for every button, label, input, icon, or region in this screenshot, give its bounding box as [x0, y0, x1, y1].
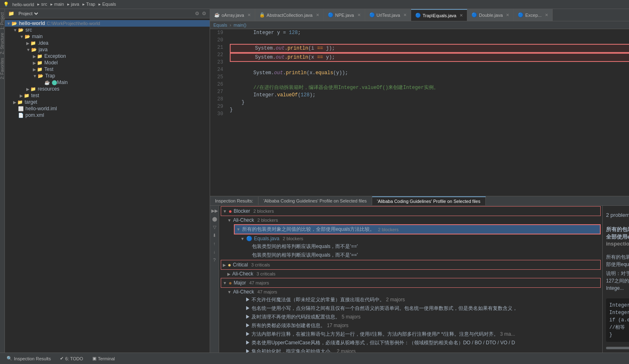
tree-item-target[interactable]: ▶ 📁 target	[5, 99, 210, 105]
main-container: 1: Project Z: Structure 2: Favorites 📁 P…	[0, 9, 629, 364]
breadcrumb-method[interactable]: main()	[233, 23, 246, 27]
issue-line-1[interactable]: 包装类型间的相等判断应该用equals，而不是'=='	[239, 242, 602, 251]
tree-item-test-folder[interactable]: ▶ 📁 Test	[5, 66, 210, 73]
close-tab-oarray[interactable]: ✕	[247, 13, 251, 17]
ali-check-critical-item[interactable]: ▶ Ali-Check 3 criticals	[226, 270, 602, 278]
ali-check-blocker-count: 2 blockers	[257, 218, 278, 223]
tree-item-iml[interactable]: ⬜ hello-world.iml	[5, 105, 210, 112]
status-tab-todo[interactable]: ✔ 6: TODO	[57, 355, 87, 362]
filter-button[interactable]: ▽	[211, 224, 218, 230]
export-button[interactable]: ⬇	[211, 232, 218, 239]
tree-item-idea[interactable]: ▶ 📁 .idea	[5, 40, 210, 46]
tab-urltest[interactable]: 🔵 UrlTest.java ✕	[365, 9, 411, 21]
app-icon: 💡	[3, 2, 9, 7]
status-bar: 🔍 Inspection Results ✔ 6: TODO ▣ Termina…	[0, 353, 629, 364]
code-line-27: Integer.valueOf(128);	[230, 91, 629, 99]
close-tab-trapequals[interactable]: ✕	[460, 13, 463, 18]
ali-check-blocker-item[interactable]: ▼ Ali-Check 2 blockers	[226, 216, 602, 224]
tab-abstractcollection[interactable]: 🔒 AbstractCollection.java ✕	[255, 9, 324, 21]
major-issue-5[interactable]: ▶ 方法内部单行注释，在被注释语句上方另起一行，使用//注释。方法内部多行注释使…	[232, 330, 602, 339]
close-tab-double[interactable]: ✕	[506, 13, 509, 17]
close-tab-abstractcollection[interactable]: ✕	[316, 13, 319, 17]
up-button[interactable]: ↑	[211, 240, 218, 247]
folder-icon-target: 📁	[17, 100, 23, 105]
tab-bar: ☕ oArray.java ✕ 🔒 AbstractCollection.jav…	[210, 9, 629, 21]
tab-icon-urltest: 🔵	[369, 12, 375, 18]
equals-file-item[interactable]: ▼ 🔵 Equals.java 2 blockers	[239, 235, 602, 242]
tree-item-hello-world[interactable]: ▼ 📂 hello-world C:\WorkProject\hello-wor…	[5, 20, 210, 27]
close-tab-urltest[interactable]: ✕	[403, 13, 407, 17]
tab-npe[interactable]: 🔵 NPE.java ✕	[324, 9, 365, 21]
tree-item-resources[interactable]: ▶ 📁 resources	[5, 86, 210, 92]
insp-group-header-critical[interactable]: ▶ ● Critical 3 criticals	[221, 260, 601, 270]
ali-check-critical-label: Ali-Check	[232, 271, 253, 277]
status-tab-terminal[interactable]: ▣ Terminal	[89, 355, 119, 362]
code-lines[interactable]: Integer y = 128; System.out.println(i ==…	[226, 29, 629, 121]
tab-double[interactable]: 🔵 Double.java ✕	[467, 9, 514, 21]
tree-item-java[interactable]: ▼ 📂 java	[5, 46, 210, 53]
folder-icon-idea: 📁	[30, 41, 36, 46]
tree-item-exception[interactable]: ▶ 📁 Exception	[5, 53, 210, 59]
tab-trapequals[interactable]: 🔵 Trap\Equals.java ✕	[411, 9, 467, 21]
major-issue-2[interactable]: ▶ 包名统一使用小写，点分隔符之间有且仅有一个自然语义的英语单词。包名统一使用单…	[232, 304, 602, 313]
favorites-strip-label[interactable]: 2: Favorites	[0, 58, 5, 79]
blocker-issues: ▼ 所有的包装类对象之间值的比较，全部使用equals方法比较。 2 block…	[226, 224, 602, 259]
project-strip-label[interactable]: 1: Project	[0, 12, 5, 30]
insp-group-header-blocker[interactable]: ▼ ● Blocker 2 blockers	[221, 206, 601, 216]
rerun-button[interactable]: ▶▶	[211, 207, 218, 214]
major-issue-1[interactable]: ▶ 不允许任何魔法值（即未经定义的常量）直接出现在代码中。 2 majors	[232, 296, 602, 304]
inspection-panel: Inspection Results: 'Alibaba Coding Guid…	[210, 196, 629, 364]
critical-sub: ▶ Ali-Check 3 criticals	[219, 270, 602, 278]
breadcrumb-equals: ▸ Equals	[98, 2, 116, 7]
code-breadcrumb: Equals › main()	[210, 21, 629, 29]
insp-tab-results[interactable]: Inspection Results:	[210, 197, 258, 205]
insp-scroll-thumb[interactable]	[606, 347, 629, 349]
tree-item-main[interactable]: ▼ 📂 main	[5, 33, 210, 40]
status-tab-inspection[interactable]: 🔍 Inspection Results	[3, 355, 54, 362]
tree-label-root: hello-world	[19, 20, 45, 26]
tree-label-exception: Exception	[44, 53, 66, 59]
insp-tab-profile2[interactable]: 'Alibaba Coding Guidelines' Profile on S…	[372, 196, 486, 205]
close-tab-excep[interactable]: ✕	[545, 13, 548, 17]
inspection-body: ▶▶ ⬤ ▽ ⬇ ↑ ↓ ?	[210, 206, 629, 364]
code-area[interactable]: 19 20 21 22 23 24 25 26 27 28 29 30	[210, 29, 629, 196]
close-tab-npe[interactable]: ✕	[357, 13, 361, 17]
breadcrumb-src: ▸ src	[37, 2, 47, 7]
issue-line-2[interactable]: 包装类型间的相等判断应该用equals，而不是'=='	[239, 251, 602, 259]
tree-label-pom: pom.xml	[25, 112, 44, 118]
file-tree: ▼ 📂 hello-world C:\WorkProject\hello-wor…	[5, 18, 210, 364]
stop-button[interactable]: ⬤	[211, 216, 218, 222]
structure-strip-label[interactable]: Z: Structure	[0, 33, 5, 54]
tree-path-root: C:\WorkProject\hello-world	[47, 21, 100, 26]
breadcrumb-class[interactable]: Equals	[213, 23, 227, 27]
major-issue-4[interactable]: ▶ 所有的类都必须添加创建者信息。 17 majors	[232, 321, 602, 330]
tree-item-model[interactable]: ▶ 📁 Model	[5, 59, 210, 66]
project-dropdown[interactable]: Project	[17, 11, 39, 16]
dot-critical: ●	[228, 262, 231, 268]
help-button[interactable]: ?	[211, 257, 218, 263]
project-header: 📁 Project ⚙ ⚙	[5, 9, 210, 18]
tab-oarray[interactable]: ☕ oArray.java ✕	[210, 9, 255, 21]
insp-scroll-bar[interactable]	[606, 347, 629, 349]
expand-arrow-trap: ▼	[33, 74, 37, 78]
major-issue-6[interactable]: ▶ 类名使用UpperCamelCase风格，必须遵从驼峰形式，但以下情形例外：…	[232, 339, 602, 347]
major-issue-3[interactable]: ▶ 及时清理不再使用的代码段或配置信息。 5 majors	[232, 313, 602, 321]
tab-icon-double: 🔵	[471, 12, 477, 18]
inspection-icon: 🔍	[7, 356, 12, 361]
gear-icon[interactable]: ⚙	[195, 11, 199, 16]
tree-item-trap[interactable]: ▼ 📂 Trap	[5, 73, 210, 79]
insp-tab-profile1[interactable]: 'Alibaba Coding Guidelines' Profile on S…	[258, 197, 372, 205]
tree-item-test[interactable]: ▶ 📁 test	[5, 92, 210, 99]
tree-item-main-class[interactable]: ☕ ⬤ Main	[5, 79, 210, 86]
settings-icon[interactable]: ⚙	[202, 11, 206, 16]
tab-excep[interactable]: 🔵 Excep... ✕	[514, 9, 553, 21]
equals-issue-item[interactable]: ▼ 所有的包装类对象之间值的比较，全部使用equals方法比较。 2 block…	[234, 224, 601, 234]
down-button[interactable]: ↓	[211, 248, 218, 255]
ali-check-major-item[interactable]: ▼ Ali-Check 47 majors	[226, 288, 602, 296]
insp-group-header-major[interactable]: ▼ ● Major 47 majors	[221, 278, 601, 288]
tree-item-pom[interactable]: 📄 pom.xml	[5, 112, 210, 118]
tab-icon-oarray: ☕	[214, 12, 220, 18]
xml-icon: 📄	[18, 113, 24, 118]
folder-icon-trap: 📂	[38, 73, 43, 79]
tree-item-src[interactable]: ▼ 📂 src	[5, 27, 210, 33]
